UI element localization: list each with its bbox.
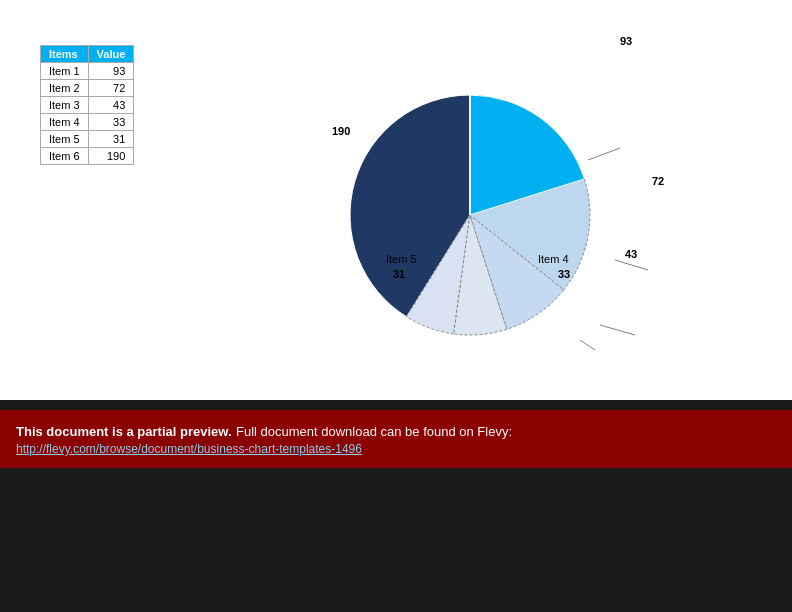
- table-row: Item 343: [41, 97, 134, 114]
- table-cell-value: 93: [88, 63, 134, 80]
- banner-link[interactable]: http://flevy.com/browse/document/busines…: [16, 442, 776, 456]
- label-31: 31: [393, 268, 405, 280]
- main-content: Items Value Item 193Item 272Item 343Item…: [0, 0, 792, 400]
- banner-normal: Full document download can be found on F…: [236, 424, 512, 439]
- table-cell-value: 43: [88, 97, 134, 114]
- label-93: 93: [620, 35, 632, 47]
- col-header-items: Items: [41, 46, 89, 63]
- banner-bold: This document is a partial preview.: [16, 424, 232, 439]
- label-43: 43: [625, 248, 637, 260]
- table-row: Item 433: [41, 114, 134, 131]
- table-cell-item: Item 3: [41, 97, 89, 114]
- table-cell-value: 190: [88, 148, 134, 165]
- table-cell-value: 33: [88, 114, 134, 131]
- item-label-4: Item 4: [538, 253, 569, 265]
- table-cell-item: Item 5: [41, 131, 89, 148]
- table-cell-value: 72: [88, 80, 134, 97]
- table-cell-item: Item 4: [41, 114, 89, 131]
- table-cell-item: Item 2: [41, 80, 89, 97]
- table-row: Item 272: [41, 80, 134, 97]
- label-190: 190: [332, 125, 350, 137]
- data-table: Items Value Item 193Item 272Item 343Item…: [40, 45, 134, 165]
- banner: This document is a partial preview. Full…: [0, 410, 792, 468]
- col-header-value: Value: [88, 46, 134, 63]
- table-row: Item 193: [41, 63, 134, 80]
- table-row: Item 531: [41, 131, 134, 148]
- table-row: Item 6190: [41, 148, 134, 165]
- label-33: 33: [558, 268, 570, 280]
- label-72: 72: [652, 175, 664, 187]
- chart-area: 93 72 43 33 31 190 Item 5 Item 4: [280, 30, 730, 390]
- table-cell-item: Item 6: [41, 148, 89, 165]
- table-cell-value: 31: [88, 131, 134, 148]
- item-label-5: Item 5: [386, 253, 417, 265]
- table-cell-item: Item 1: [41, 63, 89, 80]
